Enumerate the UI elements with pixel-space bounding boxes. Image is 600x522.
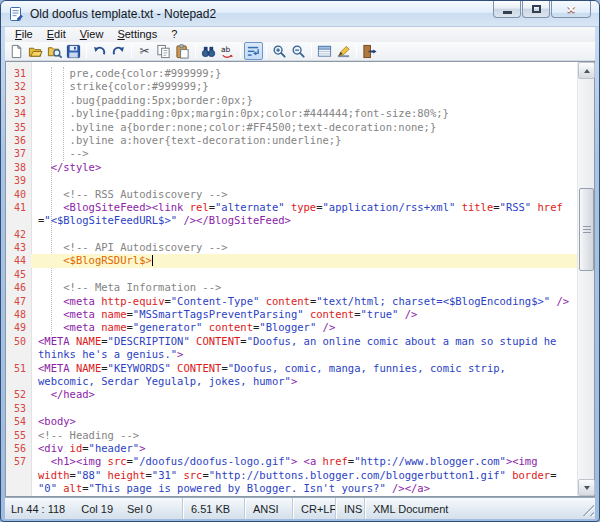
- redo-button[interactable]: [109, 42, 128, 60]
- editor-line-text[interactable]: <div id="header">: [31, 442, 577, 455]
- toolbar-separator: [356, 44, 357, 58]
- browse-icon: [47, 44, 62, 59]
- maximize-icon: [532, 5, 541, 13]
- editor-line-text[interactable]: <!-- Heading -->: [31, 429, 577, 442]
- editor-line-text[interactable]: .byline a:hover{text-decoration:underlin…: [31, 134, 577, 147]
- exit-button[interactable]: [360, 42, 379, 60]
- editor-line-text[interactable]: <META NAME="DESCRIPTION" CONTENT="Doofus…: [31, 335, 577, 348]
- line-number: 56: [6, 442, 31, 455]
- editor-line-text[interactable]: -->: [31, 147, 577, 160]
- editor-line-text[interactable]: <BlogSiteFeed><link rel="alternate" type…: [31, 201, 577, 214]
- menu-item-help[interactable]: ?: [164, 27, 184, 42]
- scheme-icon: [336, 44, 351, 59]
- editor-line-text[interactable]: .bug{padding:5px;border:0px;}: [31, 94, 577, 107]
- editor-row: 42: [6, 228, 577, 241]
- open-file-button[interactable]: [26, 42, 45, 60]
- editor-line-text[interactable]: <body>: [31, 415, 577, 428]
- toolbar-separator: [195, 44, 196, 58]
- new-file-button[interactable]: [7, 42, 26, 60]
- maximize-button[interactable]: [522, 1, 550, 18]
- toolbar-separator: [311, 44, 312, 58]
- eol-status[interactable]: CR+LF: [293, 498, 336, 519]
- editor-line-text[interactable]: [31, 402, 577, 415]
- copy-button[interactable]: [154, 42, 173, 60]
- scrollbar-thumb[interactable]: [579, 188, 594, 271]
- new-icon: [9, 44, 24, 59]
- editor-line-text[interactable]: <meta name="MSSmartTagsPreventParsing" c…: [31, 308, 577, 321]
- paste-icon: [175, 44, 190, 59]
- vertical-scrollbar[interactable]: [577, 62, 594, 496]
- select-scheme-button[interactable]: [334, 42, 353, 60]
- editor-row: 46 <!-- Meta Information -->: [6, 281, 577, 294]
- encoding-status[interactable]: ANSI: [245, 498, 293, 519]
- editor-line-text[interactable]: <!-- Meta Information -->: [31, 281, 577, 294]
- editor-row: 48 <meta name="MSSmartTagsPreventParsing…: [6, 308, 577, 321]
- caret-position-status: Ln 44 : 118 Col 19 Sel 0: [5, 498, 183, 519]
- scroll-up-button[interactable]: [578, 62, 595, 79]
- line-number: 48: [6, 308, 31, 321]
- menu-item-settings[interactable]: Settings: [110, 27, 164, 42]
- editor-line-text[interactable]: width="88" height="31" src="http://butto…: [31, 469, 577, 482]
- editor-line-text[interactable]: "0" alt="This page is powered by Blogger…: [31, 482, 577, 495]
- customize-schemes-button[interactable]: [315, 42, 334, 60]
- line-number: 41: [6, 201, 31, 214]
- insert-mode-status[interactable]: INS: [336, 498, 365, 519]
- undo-button[interactable]: [90, 42, 109, 60]
- exit-icon: [362, 44, 377, 59]
- editor-line-text[interactable]: <!-- API Autodiscovery -->: [31, 241, 577, 254]
- arrow-up-icon: [584, 69, 590, 73]
- editor-line-text[interactable]: <meta name="generator" content="Blogger"…: [31, 321, 577, 334]
- text-area[interactable]: 31 pre,code{color:#999999;}32 strike{col…: [6, 62, 577, 496]
- column-status: Col 19: [81, 503, 113, 515]
- editor-line-text[interactable]: pre,code{color:#999999;}: [31, 67, 577, 80]
- editor-line-text[interactable]: <$BlogRSDUrl$>: [31, 254, 577, 267]
- editor-line-text[interactable]: <META NAME="KEYWORDS" CONTENT="Doofus, c…: [31, 362, 577, 375]
- editor-line-text[interactable]: [31, 174, 577, 187]
- find-button[interactable]: [199, 42, 218, 60]
- editor-line-text[interactable]: <h1><img src="/doofus/doofus-logo.gif"> …: [31, 455, 577, 468]
- editor-line-text[interactable]: ="<$BlogSiteFeedURL$>" /></BlogSiteFeed>: [31, 214, 577, 227]
- line-number: 43: [6, 241, 31, 254]
- menu-item-file[interactable]: File: [8, 27, 40, 42]
- doc-type-status[interactable]: XML Document: [365, 498, 595, 519]
- menu-item-view[interactable]: View: [73, 27, 111, 42]
- selection-status: Sel 0: [127, 503, 152, 515]
- editor-line-text[interactable]: [31, 268, 577, 281]
- editor-line-text[interactable]: <!-- RSS Autodiscovery -->: [31, 188, 577, 201]
- editor-row: 35 .byline a{border:none;color:#FF4500;t…: [6, 121, 577, 134]
- redo-icon: [111, 44, 126, 59]
- editor-line-text[interactable]: <meta http-equiv="Content-Type" content=…: [31, 295, 577, 308]
- editor-row: 57 <h1><img src="/doofus/doofus-logo.gif…: [6, 455, 577, 468]
- scroll-down-button[interactable]: [578, 479, 595, 496]
- editor-row: 39: [6, 174, 577, 187]
- save-icon: [66, 44, 81, 59]
- close-button[interactable]: ✕: [551, 1, 591, 18]
- replace-button[interactable]: ab: [218, 42, 237, 60]
- editor-line-text[interactable]: [31, 228, 577, 241]
- menu-item-edit[interactable]: Edit: [40, 27, 73, 42]
- editor-line-text[interactable]: .byline a{border:none;color:#FF4500;text…: [31, 121, 577, 134]
- browse-files-button[interactable]: [45, 42, 64, 60]
- status-bar: Ln 44 : 118 Col 19 Sel 0 6.51 KB ANSI CR…: [5, 497, 595, 519]
- line-number: 42: [6, 228, 31, 241]
- toolbar-separator: [131, 44, 132, 58]
- zoomin-icon: [272, 44, 287, 59]
- editor-line-text[interactable]: </head>: [31, 388, 577, 401]
- zoom-out-button[interactable]: [289, 42, 308, 60]
- minimize-button[interactable]: [493, 1, 521, 18]
- editor-row: 50<META NAME="DESCRIPTION" CONTENT="Doof…: [6, 335, 577, 348]
- line-number: 34: [6, 107, 31, 120]
- caret: [152, 255, 153, 266]
- save-button[interactable]: [64, 42, 83, 60]
- editor-line-text[interactable]: strike{color:#999999;}: [31, 80, 577, 93]
- zoom-in-button[interactable]: [270, 42, 289, 60]
- word-wrap-button[interactable]: [244, 42, 263, 60]
- toolbar-separator: [86, 44, 87, 58]
- editor-line-text[interactable]: .byline{padding:0px;margin:0px;color:#44…: [31, 107, 577, 120]
- editor-line-text[interactable]: thinks he's a genius.">: [31, 348, 577, 361]
- editor-row: 44 <$BlogRSDUrl$>: [6, 254, 577, 267]
- cut-button[interactable]: ✂: [135, 42, 154, 60]
- editor-line-text[interactable]: webcomic, Serdar Yegulalp, jokes, humor"…: [31, 375, 577, 388]
- paste-button[interactable]: [173, 42, 192, 60]
- editor-line-text[interactable]: </style>: [31, 161, 577, 174]
